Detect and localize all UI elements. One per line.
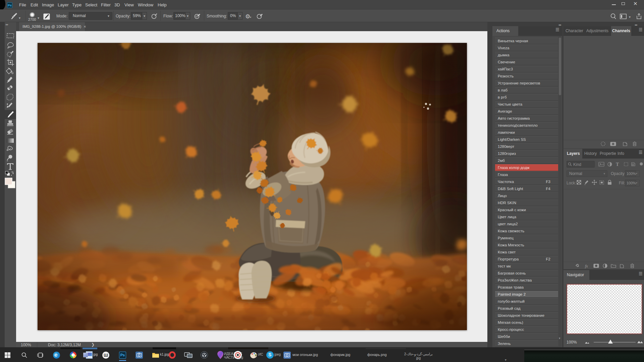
svg-text:T: T [616,162,619,167]
svg-text:fx: fx [585,264,588,268]
